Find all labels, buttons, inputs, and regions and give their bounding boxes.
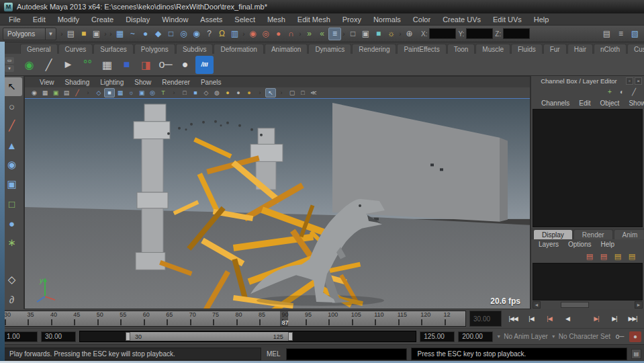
smooth-wire-icon[interactable]: ◍ <box>212 88 222 97</box>
play-backwards-button[interactable]: ◀ <box>559 313 576 325</box>
textured-icon[interactable]: ▦ <box>115 88 126 97</box>
layer-editor-menu-item[interactable]: Options <box>563 241 596 248</box>
manip-axis-icon[interactable]: + <box>605 87 614 97</box>
paint-selection-tool-icon[interactable]: ╱ <box>2 116 22 135</box>
show-manipulator-tool-icon[interactable]: ∗ <box>2 233 22 252</box>
anim-layer-dropdown[interactable]: ▼ No Anim Layer <box>496 333 548 340</box>
menu-item[interactable]: Assets <box>194 15 228 24</box>
attribute-editor-toggle-icon[interactable]: ≡ <box>614 28 627 40</box>
go-to-end-button[interactable]: ▶▶| <box>625 313 641 325</box>
shelf-tab[interactable]: Polygons <box>134 44 175 54</box>
shelf-tab[interactable]: nCloth <box>594 44 627 54</box>
backface-icon[interactable]: ◇ <box>201 88 212 97</box>
pdi-split-cube-icon[interactable]: ◨ <box>137 56 155 74</box>
speed-state-icon[interactable]: ◐ <box>617 87 627 97</box>
separator[interactable]: › <box>169 88 179 97</box>
shelf-tab[interactable]: Surfaces <box>93 44 133 54</box>
xray-joints-icon[interactable]: ■ <box>190 88 201 97</box>
isolate-select-icon[interactable]: ↖ <box>265 88 276 97</box>
scroll-left-icon[interactable]: ◄ <box>533 301 541 309</box>
separator[interactable]: › <box>297 28 303 40</box>
render-view-icon[interactable]: □ <box>347 28 359 40</box>
go-to-start-button[interactable]: |◀◀ <box>505 313 521 325</box>
construction-history-out-icon[interactable]: « <box>316 28 328 40</box>
modeling-toolkit-toggle-icon[interactable]: ▤ <box>600 28 613 40</box>
make-live-icon[interactable]: ◎ <box>177 28 190 40</box>
new-scene-icon[interactable]: ▤ <box>64 28 77 40</box>
universal-manipulator-tool-icon[interactable]: □ <box>2 194 22 213</box>
default-light-icon[interactable]: ● <box>222 88 233 97</box>
select-tool-icon[interactable]: ↖ <box>2 77 22 96</box>
range-bar[interactable]: 30 125 <box>129 332 289 341</box>
channel-box-menu-item[interactable]: Edit <box>574 99 595 107</box>
playback-end-field[interactable]: 125.00 <box>420 331 455 342</box>
shelf-tab[interactable]: Deformation <box>214 44 263 54</box>
move-tool-icon[interactable]: ▲ <box>2 136 22 155</box>
separator[interactable]: › <box>103 28 108 40</box>
snap-to-points-icon[interactable]: ● <box>139 28 152 40</box>
saved-layout-button[interactable]: ∂ <box>2 290 22 309</box>
shelf-tab[interactable]: PaintEffects <box>397 44 446 54</box>
separator[interactable]: › <box>255 88 265 97</box>
render-current-frame-icon[interactable]: ▣ <box>359 28 372 40</box>
menu-item[interactable]: Proxy <box>336 15 367 24</box>
single-pane-layout-button[interactable]: ◇ <box>2 270 22 289</box>
separator[interactable]: › <box>398 28 403 40</box>
channel-box-menu-item[interactable]: Object <box>596 99 625 107</box>
shelf-tab[interactable]: Custom <box>627 44 644 54</box>
panel-menu-item[interactable]: Show <box>129 79 156 86</box>
scroll-right-icon[interactable]: ► <box>635 301 643 309</box>
move-layer-up-icon[interactable]: ▤ <box>584 251 595 261</box>
lasso-tool-icon[interactable]: ○ <box>2 97 22 116</box>
separator[interactable]: › <box>59 28 64 40</box>
flat-light-icon[interactable]: ● <box>233 88 244 97</box>
shadows-icon[interactable]: ▣ <box>136 88 147 97</box>
pdi-cracked-ball-icon[interactable]: ● <box>176 56 194 74</box>
select-camera-icon[interactable]: ◉ <box>29 88 40 97</box>
range-slider[interactable]: 30 125 <box>79 331 416 342</box>
playback-start-field[interactable]: 30.00 <box>41 331 76 342</box>
menu-item[interactable]: Edit UVs <box>487 15 528 24</box>
move-layer-down-icon[interactable]: ▤ <box>598 251 609 261</box>
render-settings-icon[interactable]: ☼ <box>385 28 398 40</box>
float-panel-icon[interactable]: ▫ <box>626 77 633 85</box>
share-view-icon[interactable]: ≪ <box>308 88 319 97</box>
menu-item[interactable]: Normals <box>367 15 407 24</box>
panel-menu-item[interactable]: Lighting <box>95 79 129 86</box>
shelf-tab[interactable]: Fur <box>543 44 567 54</box>
wireframe-icon[interactable]: ◇ <box>93 88 104 97</box>
snap-to-projected-center-icon[interactable]: ◆ <box>152 28 165 40</box>
shelf-tab[interactable]: Fluids <box>511 44 543 54</box>
menu-item[interactable]: Color <box>407 15 436 24</box>
separator[interactable]: › <box>108 28 113 40</box>
panel-menu-item[interactable]: Renderer <box>156 79 195 86</box>
chevron-down-icon[interactable]: ▼ <box>45 28 56 40</box>
selection-mode-dropdown[interactable]: Polygons ▼ <box>3 28 56 40</box>
shaded-icon[interactable]: ■ <box>104 88 115 97</box>
character-set-dropdown[interactable]: ▼ No Character Set <box>551 333 610 340</box>
slider-mode-icon[interactable]: ╱ <box>629 87 639 97</box>
pdi-logo-icon[interactable]: /III <box>195 56 214 74</box>
input-connections-icon[interactable]: ◉ <box>246 28 259 40</box>
pdi-key-icon[interactable]: o─ <box>156 56 175 74</box>
separator[interactable]: › <box>276 88 287 97</box>
pdi-fracture-cube-icon[interactable]: ▦ <box>98 56 116 74</box>
channel-box-menu-item[interactable]: Channels <box>537 99 574 107</box>
snap-together-icon[interactable]: ◉ <box>190 28 203 40</box>
step-back-key-button[interactable]: |◀ <box>541 313 557 325</box>
auto-keyframe-icon[interactable]: ● <box>629 331 641 342</box>
current-time-field[interactable]: 30.00 <box>469 311 502 327</box>
rotate-tool-icon[interactable]: ◉ <box>2 155 22 174</box>
menu-item[interactable]: Create <box>85 15 120 24</box>
layer-editor-tab[interactable]: Render <box>573 229 613 239</box>
texture-channel-icon[interactable]: T <box>158 88 169 97</box>
menu-item[interactable]: Display <box>120 15 156 24</box>
snap-to-view-planes-icon[interactable]: □ <box>165 28 177 40</box>
script-editor-icon[interactable]: ▤ <box>631 349 641 359</box>
save-scene-icon[interactable]: ▣ <box>90 28 103 40</box>
set-key-icon[interactable]: o─ <box>614 331 626 342</box>
shelf-tab[interactable]: Rendering <box>352 44 396 54</box>
shelf-tab[interactable]: Subdivs <box>176 44 214 54</box>
scale-tool-icon[interactable]: ▣ <box>2 175 22 194</box>
layer-editor-tab[interactable]: Anim <box>614 229 644 239</box>
